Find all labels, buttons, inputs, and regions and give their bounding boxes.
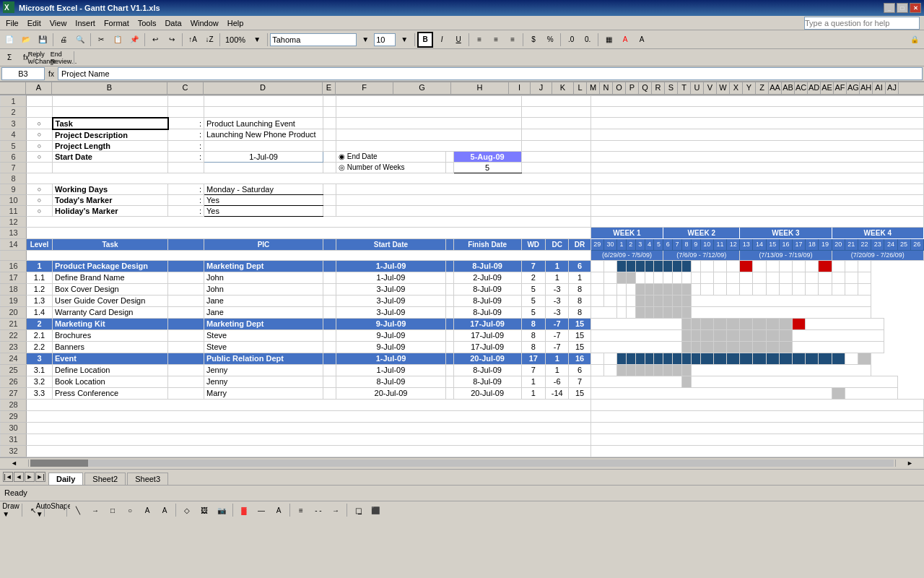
- draw-menu-btn[interactable]: Draw ▼: [3, 502, 19, 518]
- cell-e23[interactable]: [323, 341, 336, 353]
- cell-dc22[interactable]: -7: [546, 329, 569, 341]
- cell-c10[interactable]: :: [168, 194, 204, 205]
- grid-scroll-area[interactable]: 1 2: [0, 95, 924, 457]
- col-b-header[interactable]: B: [52, 82, 167, 94]
- cell-start27[interactable]: 20-Jul-09: [336, 387, 446, 399]
- italic-button[interactable]: I: [434, 32, 450, 48]
- new-button[interactable]: 📄: [1, 32, 17, 48]
- cell-wd22[interactable]: 8: [521, 329, 545, 341]
- col-c-header[interactable]: C: [167, 82, 204, 94]
- sort-desc-button[interactable]: ↓Z: [201, 32, 217, 48]
- cell-f3[interactable]: [336, 118, 522, 129]
- cell-level16[interactable]: 1: [27, 260, 53, 272]
- cell-dr16[interactable]: 6: [569, 260, 590, 272]
- cell-level27[interactable]: 3.3: [27, 387, 53, 399]
- close-button[interactable]: ✕: [910, 3, 921, 13]
- cell-d1[interactable]: [204, 96, 323, 107]
- cell-wd27[interactable]: 1: [521, 387, 545, 399]
- cell-i5[interactable]: [521, 140, 590, 151]
- increase-decimal[interactable]: .0: [563, 32, 579, 48]
- decrease-decimal[interactable]: 0.: [580, 32, 596, 48]
- cell-f11[interactable]: [336, 205, 591, 216]
- cell-pic24[interactable]: Public Relation Dept: [204, 353, 323, 364]
- dash-style-btn[interactable]: - -: [310, 502, 326, 518]
- cell-pic22[interactable]: Steve: [204, 329, 323, 341]
- line-color-btn[interactable]: —: [253, 502, 269, 518]
- cell-a2[interactable]: [27, 107, 53, 118]
- cell-finish23[interactable]: 17-Jul-09: [453, 341, 521, 353]
- cell-dr23[interactable]: 15: [569, 341, 590, 353]
- col-m-header[interactable]: M: [587, 82, 600, 94]
- cell-g7[interactable]: [445, 162, 453, 173]
- fontsize-dropdown[interactable]: ▼: [396, 32, 412, 48]
- cell-b5[interactable]: Project Length: [53, 140, 168, 151]
- cell-wd24[interactable]: 17: [521, 353, 545, 364]
- sheet-tab-daily[interactable]: Daily: [48, 473, 83, 485]
- menu-insert[interactable]: Insert: [71, 17, 100, 29]
- copy-button[interactable]: 📋: [110, 32, 126, 48]
- cell-g19[interactable]: [445, 295, 453, 306]
- arrow-tool[interactable]: →: [87, 502, 103, 518]
- cell-gantt3[interactable]: [590, 118, 923, 129]
- cell-f1[interactable]: [336, 96, 522, 107]
- cell-pic17[interactable]: John: [204, 272, 323, 283]
- cell-row30[interactable]: [27, 422, 591, 434]
- cell-gantt5[interactable]: [590, 140, 923, 151]
- cell-c22[interactable]: [168, 329, 204, 341]
- cell-gantt2[interactable]: [590, 107, 923, 118]
- menu-edit[interactable]: Edit: [23, 17, 45, 29]
- cell-start26[interactable]: 8-Jul-09: [336, 376, 446, 387]
- cell-gantt4[interactable]: [590, 129, 923, 141]
- cell-task27[interactable]: Press Conference: [53, 387, 168, 399]
- cell-wd18[interactable]: 5: [521, 283, 545, 295]
- cell-b2[interactable]: [53, 107, 168, 118]
- cell-pic18[interactable]: John: [204, 283, 323, 295]
- cell-d10[interactable]: Yes: [204, 194, 323, 205]
- cell-e24[interactable]: [323, 353, 336, 364]
- cell-g18[interactable]: [445, 283, 453, 295]
- col-dr-header[interactable]: K: [552, 82, 574, 94]
- cell-e5[interactable]: [323, 140, 336, 151]
- cell-dr22[interactable]: 15: [569, 329, 590, 341]
- cell-c18[interactable]: [168, 283, 204, 295]
- col-o-header[interactable]: O: [613, 82, 626, 94]
- cell-c3[interactable]: :: [168, 118, 204, 129]
- cell-i6[interactable]: [521, 151, 590, 162]
- end-review[interactable]: End Review...: [56, 50, 71, 66]
- col-ac-header[interactable]: AC: [795, 82, 808, 94]
- col-g-header[interactable]: G: [393, 82, 451, 94]
- cell-d9[interactable]: Monday - Saturday: [204, 184, 323, 194]
- cell-start22[interactable]: 9-Jul-09: [336, 329, 446, 341]
- cell-g24[interactable]: [445, 353, 453, 364]
- cell-e19[interactable]: [323, 295, 336, 306]
- cell-finish25[interactable]: 8-Jul-09: [453, 364, 521, 376]
- cell-finish24[interactable]: 20-Jul-09: [453, 353, 521, 364]
- cell-b7[interactable]: [53, 162, 168, 173]
- col-l-header[interactable]: L: [574, 82, 587, 94]
- cell-wd19[interactable]: 5: [521, 295, 545, 306]
- menu-tools[interactable]: Tools: [134, 17, 161, 29]
- cell-dr17[interactable]: 1: [569, 272, 590, 283]
- cell-wd25[interactable]: 7: [521, 364, 545, 376]
- cell-reference-input[interactable]: B3: [1, 67, 45, 80]
- cell-dc20[interactable]: -3: [546, 306, 569, 318]
- cell-row13[interactable]: [27, 227, 591, 238]
- cell-f2[interactable]: [336, 107, 522, 118]
- cell-dr21[interactable]: 15: [569, 318, 590, 329]
- undo-button[interactable]: ↩: [147, 32, 163, 48]
- col-p-header[interactable]: P: [626, 82, 639, 94]
- cell-b9[interactable]: Working Days: [53, 184, 168, 194]
- picture-btn[interactable]: 📷: [214, 502, 230, 518]
- formula-input[interactable]: Project Name: [58, 67, 923, 80]
- col-z-header[interactable]: Z: [756, 82, 769, 94]
- cell-g6[interactable]: [445, 151, 453, 162]
- cell-b3[interactable]: Task: [53, 118, 168, 129]
- paste-button[interactable]: 📌: [126, 32, 142, 48]
- percent-button[interactable]: %: [542, 32, 558, 48]
- col-aa-header[interactable]: AA: [769, 82, 782, 94]
- security-button[interactable]: 🔒: [907, 32, 923, 48]
- cell-d7[interactable]: [204, 162, 323, 173]
- cell-e21[interactable]: [323, 318, 336, 329]
- cell-dc25[interactable]: 1: [546, 364, 569, 376]
- cell-task20[interactable]: Warranty Card Design: [53, 306, 168, 318]
